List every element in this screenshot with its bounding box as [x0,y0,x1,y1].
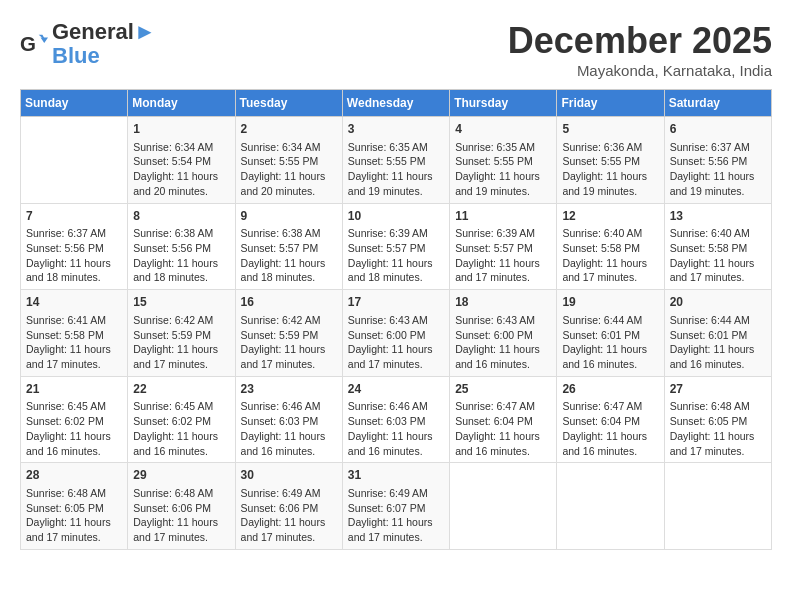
day-info: Daylight: 11 hours [26,256,122,271]
calendar-header-row: SundayMondayTuesdayWednesdayThursdayFrid… [21,90,772,117]
day-info: Sunrise: 6:42 AM [241,313,337,328]
day-info: Daylight: 11 hours [670,256,766,271]
day-info: Sunset: 5:55 PM [562,154,658,169]
day-number: 23 [241,381,337,398]
day-info: and 17 minutes. [241,530,337,545]
day-info: Daylight: 11 hours [348,256,444,271]
calendar-cell: 17Sunrise: 6:43 AMSunset: 6:00 PMDayligh… [342,290,449,377]
day-number: 20 [670,294,766,311]
day-info: and 17 minutes. [348,530,444,545]
day-info: Sunrise: 6:37 AM [670,140,766,155]
logo: G General► Blue [20,20,156,68]
calendar-cell: 1Sunrise: 6:34 AMSunset: 5:54 PMDaylight… [128,117,235,204]
day-number: 8 [133,208,229,225]
day-info: and 19 minutes. [348,184,444,199]
calendar-cell: 25Sunrise: 6:47 AMSunset: 6:04 PMDayligh… [450,376,557,463]
day-info: and 17 minutes. [241,357,337,372]
day-number: 25 [455,381,551,398]
calendar-week-1: 1Sunrise: 6:34 AMSunset: 5:54 PMDaylight… [21,117,772,204]
day-number: 5 [562,121,658,138]
day-info: and 18 minutes. [26,270,122,285]
day-info: Daylight: 11 hours [670,342,766,357]
header-thursday: Thursday [450,90,557,117]
calendar-cell: 12Sunrise: 6:40 AMSunset: 5:58 PMDayligh… [557,203,664,290]
header-friday: Friday [557,90,664,117]
day-info: Sunrise: 6:48 AM [133,486,229,501]
day-number: 30 [241,467,337,484]
day-info: and 16 minutes. [455,444,551,459]
logo-text: General► Blue [52,20,156,68]
day-number: 29 [133,467,229,484]
calendar-cell: 5Sunrise: 6:36 AMSunset: 5:55 PMDaylight… [557,117,664,204]
calendar-cell: 28Sunrise: 6:48 AMSunset: 6:05 PMDayligh… [21,463,128,550]
day-info: Sunrise: 6:38 AM [241,226,337,241]
day-number: 13 [670,208,766,225]
day-number: 24 [348,381,444,398]
day-info: and 17 minutes. [670,444,766,459]
day-number: 3 [348,121,444,138]
day-info: and 18 minutes. [348,270,444,285]
day-info: Sunrise: 6:34 AM [241,140,337,155]
day-info: and 17 minutes. [455,270,551,285]
day-number: 16 [241,294,337,311]
day-info: Sunset: 5:58 PM [562,241,658,256]
day-info: Sunset: 5:57 PM [241,241,337,256]
day-info: Daylight: 11 hours [26,429,122,444]
day-info: Sunset: 6:01 PM [562,328,658,343]
day-info: Daylight: 11 hours [133,169,229,184]
day-info: and 17 minutes. [562,270,658,285]
day-info: Sunrise: 6:43 AM [348,313,444,328]
calendar-cell: 27Sunrise: 6:48 AMSunset: 6:05 PMDayligh… [664,376,771,463]
day-info: Sunset: 5:55 PM [348,154,444,169]
day-info: and 20 minutes. [133,184,229,199]
day-info: Sunset: 5:57 PM [455,241,551,256]
day-info: and 17 minutes. [26,357,122,372]
day-info: Sunrise: 6:38 AM [133,226,229,241]
day-number: 9 [241,208,337,225]
day-info: Sunset: 6:04 PM [455,414,551,429]
day-info: Sunrise: 6:45 AM [26,399,122,414]
day-info: Daylight: 11 hours [133,342,229,357]
day-number: 28 [26,467,122,484]
calendar-cell: 8Sunrise: 6:38 AMSunset: 5:56 PMDaylight… [128,203,235,290]
day-number: 27 [670,381,766,398]
day-number: 18 [455,294,551,311]
day-info: Sunset: 6:03 PM [241,414,337,429]
day-info: Daylight: 11 hours [241,169,337,184]
day-info: Daylight: 11 hours [348,515,444,530]
day-info: Sunrise: 6:46 AM [241,399,337,414]
day-info: and 17 minutes. [133,530,229,545]
day-info: and 16 minutes. [133,444,229,459]
day-info: Sunset: 6:06 PM [241,501,337,516]
day-info: Sunset: 5:58 PM [26,328,122,343]
day-info: Sunrise: 6:40 AM [562,226,658,241]
calendar-cell: 7Sunrise: 6:37 AMSunset: 5:56 PMDaylight… [21,203,128,290]
day-info: Sunset: 5:59 PM [241,328,337,343]
day-info: Sunset: 6:01 PM [670,328,766,343]
header-monday: Monday [128,90,235,117]
day-info: Daylight: 11 hours [670,169,766,184]
day-number: 2 [241,121,337,138]
calendar-cell: 11Sunrise: 6:39 AMSunset: 5:57 PMDayligh… [450,203,557,290]
day-number: 17 [348,294,444,311]
calendar-cell: 4Sunrise: 6:35 AMSunset: 5:55 PMDaylight… [450,117,557,204]
day-info: Sunset: 6:05 PM [26,501,122,516]
day-info: and 16 minutes. [670,357,766,372]
day-info: and 17 minutes. [670,270,766,285]
day-info: Sunrise: 6:42 AM [133,313,229,328]
day-info: Sunrise: 6:48 AM [26,486,122,501]
day-info: Sunrise: 6:47 AM [455,399,551,414]
month-title: December 2025 [508,20,772,62]
day-info: and 19 minutes. [670,184,766,199]
day-info: and 18 minutes. [241,270,337,285]
day-info: Sunrise: 6:41 AM [26,313,122,328]
day-info: Sunset: 5:55 PM [241,154,337,169]
calendar-cell: 29Sunrise: 6:48 AMSunset: 6:06 PMDayligh… [128,463,235,550]
day-number: 19 [562,294,658,311]
day-info: Daylight: 11 hours [241,515,337,530]
calendar-cell: 2Sunrise: 6:34 AMSunset: 5:55 PMDaylight… [235,117,342,204]
calendar-cell: 6Sunrise: 6:37 AMSunset: 5:56 PMDaylight… [664,117,771,204]
day-info: Sunrise: 6:45 AM [133,399,229,414]
calendar-cell: 14Sunrise: 6:41 AMSunset: 5:58 PMDayligh… [21,290,128,377]
day-info: and 17 minutes. [133,357,229,372]
